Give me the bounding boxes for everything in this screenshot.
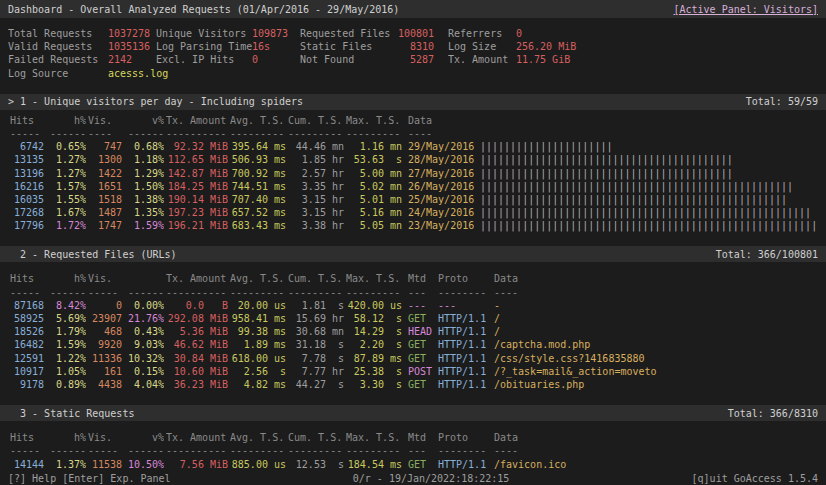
panel-1-column-headers: Hits h% Vis. v% Tx. Amount Avg. T.S. Cum… [0, 114, 826, 127]
table-row[interactable]: 10917 1.05% 161 0.15% 10.60 MiB 2.56 s 7… [0, 365, 826, 378]
cell-protocol: HTTP/1.1 [438, 312, 490, 325]
cell-visitors: 23907 [86, 312, 122, 325]
summary-value-b: 0 [252, 53, 300, 66]
summary-value-c: 100801 [398, 27, 434, 40]
summary-value-c: 8310 [398, 40, 434, 53]
goaccess-terminal: Dashboard - Overall Analyzed Requests (0… [0, 0, 826, 485]
cell-avg-ts: 707.40 ms [228, 193, 286, 206]
table-row[interactable]: 87168 8.42% 0 0.00% 0.0 B 20.00 us 1.81 … [0, 299, 826, 312]
cell-date: 23/May/2016 [402, 219, 474, 232]
cell-cum-ts: 12.53 s [286, 458, 344, 471]
summary-label-d: Log Size [448, 40, 510, 53]
summary-value-d [516, 67, 818, 80]
cell-max-ts: 5.02 mn [344, 180, 402, 193]
summary-value-b: 16s [252, 40, 300, 53]
cell-tx-amount: 46.62 MiB [164, 338, 228, 351]
table-row[interactable]: 13135 1.27% 1300 1.18% 112.65 MiB 506.93… [0, 153, 826, 166]
cell-date: 24/May/2016 [402, 206, 474, 219]
col-cum-ts: Cum. T.S. [286, 114, 344, 127]
cell-tx-amount: 197.23 MiB [164, 206, 228, 219]
cell-tx-amount: 184.25 MiB [164, 180, 228, 193]
table-row[interactable]: 17796 1.72% 1747 1.59% 196.21 MiB 683.43… [0, 219, 826, 232]
cell-avg-ts: 506.93 ms [228, 153, 286, 166]
table-row[interactable]: 18526 1.79% 468 0.43% 5.36 MiB 99.38 ms … [0, 325, 826, 338]
summary-value-b: 109873 [252, 27, 300, 40]
table-row[interactable]: 17268 1.67% 1487 1.35% 197.23 MiB 657.52… [0, 206, 826, 219]
cell-hits: 16482 [8, 338, 44, 351]
cell-bar-chart: ||||||||||||||||||||||||||||||||||||||||… [474, 193, 818, 206]
cell-max-ts: 184.54 ms [344, 458, 402, 471]
cell-visitors-percent: 0.15% [122, 365, 164, 378]
table-row[interactable]: 13196 1.27% 1422 1.29% 142.87 MiB 700.92… [0, 167, 826, 180]
panel-3-rows: 14144 1.37% 11538 10.50% 7.56 MiB 885.00… [0, 458, 826, 471]
title-bar: Dashboard - Overall Analyzed Requests (0… [0, 0, 826, 18]
summary-value-c [398, 67, 434, 80]
cell-visitors-percent: 4.04% [122, 378, 164, 391]
col-tx-amount: Tx. Amount [164, 431, 228, 444]
summary-label-a: Log Source [8, 67, 108, 80]
col-hits: Hits [8, 272, 44, 285]
cell-avg-ts: 618.00 us [228, 352, 286, 365]
cell-hits: 18526 [8, 325, 44, 338]
cell-url: /favicon.ico [494, 458, 818, 471]
cell-visitors: 1300 [86, 153, 122, 166]
table-row[interactable]: 16216 1.57% 1651 1.50% 184.25 MiB 744.51… [0, 180, 826, 193]
table-row[interactable]: 58925 5.69% 23907 21.76% 292.08 MiB 958.… [0, 312, 826, 325]
table-row[interactable]: 14144 1.37% 11538 10.50% 7.56 MiB 885.00… [0, 458, 826, 471]
cell-method: HEAD [408, 325, 438, 338]
cell-hits-percent: 8.42% [44, 299, 86, 312]
cell-bar-chart: ||||||||||||||||||||||||||||||||||||||||… [474, 219, 818, 232]
table-row[interactable]: 16035 1.55% 1518 1.38% 190.14 MiB 707.40… [0, 193, 826, 206]
panel-2-header-divider: ----- ------ ----- ------ ---------- ---… [0, 286, 826, 299]
cell-visitors-percent: 0.68% [122, 140, 164, 153]
cell-visitors: 9920 [86, 338, 122, 351]
col-method: Mtd [408, 431, 438, 444]
table-row[interactable]: 6742 0.65% 747 0.68% 92.32 MiB 395.64 ms… [0, 140, 826, 153]
summary-value-a: 1035136 [108, 40, 156, 53]
panel-3-header[interactable]: 3 - Static Requests Total: 366/8310 [0, 405, 826, 421]
cell-method: POST [408, 365, 438, 378]
col-method: Mtd [408, 272, 438, 285]
cell-hits: 17268 [8, 206, 44, 219]
col-tx-amount: Tx. Amount [164, 272, 228, 285]
table-row[interactable]: 9178 0.89% 4438 4.04% 36.23 MiB 4.82 ms … [0, 378, 826, 391]
panel-1-header[interactable]: > 1 - Unique visitors per day - Includin… [0, 94, 826, 110]
cell-hits-percent: 1.27% [44, 153, 86, 166]
col-tx-amount: Tx. Amount [164, 114, 228, 127]
cell-visitors-percent: 1.35% [122, 206, 164, 219]
cell-protocol: HTTP/1.1 [438, 338, 490, 351]
table-row[interactable]: 12591 1.22% 11336 10.32% 30.84 MiB 618.0… [0, 352, 826, 365]
col-visitors-percent: v% [122, 431, 164, 444]
table-row[interactable]: 16482 1.59% 9920 9.03% 46.62 MiB 1.89 ms… [0, 338, 826, 351]
cell-cum-ts: 7.77 hr [286, 365, 344, 378]
summary-row: Failed Requests 2142 Excl. IP Hits 0 Not… [0, 53, 826, 66]
summary-label-c [300, 67, 398, 80]
cell-cum-ts: 15.69 hr [286, 312, 344, 325]
summary-label-b: Unique Visitors [156, 27, 252, 40]
cell-max-ts: 1.16 mn [344, 140, 402, 153]
summary-label-c: Not Found [300, 53, 398, 66]
cell-tx-amount: 142.87 MiB [164, 167, 228, 180]
cell-tx-amount: 10.60 MiB [164, 365, 228, 378]
footer-shortcuts[interactable]: [?] Help [Enter] Exp. Panel [8, 471, 171, 485]
cell-hits: 87168 [8, 299, 44, 312]
panel-2-header[interactable]: 2 - Requested Files (URLs) Total: 366/10… [0, 246, 826, 262]
cell-visitors: 11336 [86, 352, 122, 365]
quit-shortcut[interactable]: [q]uit GoAccess 1.5.4 [692, 471, 818, 485]
summary-label-d [448, 67, 510, 80]
summary-value-c: 5287 [398, 53, 434, 66]
cell-hits-percent: 1.37% [44, 458, 86, 471]
cell-max-ts: 53.63 s [344, 153, 402, 166]
cell-visitors-percent: 0.43% [122, 325, 164, 338]
cell-method: GET [408, 352, 438, 365]
cell-max-ts: 2.20 s [344, 338, 402, 351]
cell-method: GET [408, 458, 438, 471]
cell-bar-chart: ||||||||||||||||||||||||||||||||||||||||… [474, 167, 818, 180]
col-protocol: Proto [438, 272, 490, 285]
cell-url: / [494, 325, 818, 338]
cell-url: - [494, 299, 818, 312]
overall-summary: Total Requests 1037278 Unique Visitors 1… [0, 27, 826, 80]
cell-date: 29/May/2016 [402, 140, 474, 153]
cell-hits: 12591 [8, 352, 44, 365]
cell-hits-percent: 0.89% [44, 378, 86, 391]
